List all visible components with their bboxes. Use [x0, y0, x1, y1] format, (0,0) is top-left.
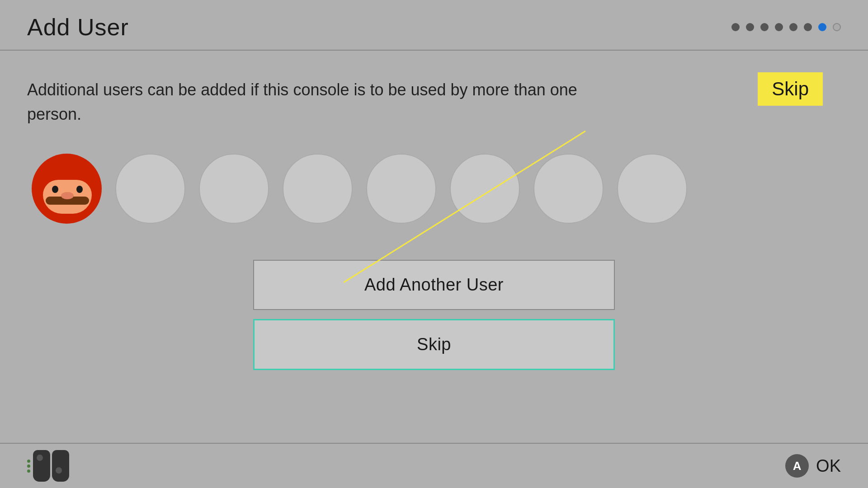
avatar-slot-4: [283, 154, 353, 224]
progress-dot-5: [789, 23, 797, 31]
buttons-container: Add Another User Skip: [253, 260, 615, 370]
progress-dot-3: [760, 23, 769, 31]
description-text: Additional users can be added if this co…: [27, 78, 615, 127]
progress-dot-8: [833, 23, 841, 31]
progress-dot-4: [775, 23, 783, 31]
page-title: Add User: [27, 14, 129, 41]
avatar-slot-7: [533, 154, 604, 224]
a-button-icon: A: [785, 454, 809, 478]
progress-dot-6: [804, 23, 812, 31]
joycon-stick-left: [37, 455, 43, 461]
mario-face: [33, 155, 101, 223]
joycon-dot-2: [27, 465, 30, 468]
joycon-right: [52, 450, 69, 482]
joycon-dots: [27, 460, 30, 473]
joycon-left: [33, 450, 50, 482]
user-avatars: [27, 154, 841, 224]
ok-button[interactable]: A OK: [785, 454, 841, 478]
progress-dot-7-active: [818, 23, 826, 31]
mario-eye-right: [76, 186, 83, 193]
avatar-slot-8: [617, 154, 687, 224]
mario-nose: [61, 192, 74, 199]
skip-button[interactable]: Skip: [253, 319, 615, 370]
avatar-slot-3: [199, 154, 269, 224]
main-content: Additional users can be added if this co…: [0, 51, 868, 370]
avatar-slot-2: [115, 154, 185, 224]
joycon-dot-1: [27, 460, 30, 463]
mario-eye-left: [52, 186, 58, 193]
header: Add User: [0, 0, 868, 51]
avatar-slot-6: [450, 154, 520, 224]
progress-dot-2: [746, 23, 754, 31]
joycon-icon: [27, 450, 69, 482]
joycon-dot-3: [27, 469, 30, 473]
footer: A OK: [0, 443, 868, 488]
avatar-mario: [32, 154, 102, 224]
avatar-slot-5: [366, 154, 436, 224]
joycon-stick-right: [56, 467, 62, 474]
ok-label: OK: [816, 456, 841, 476]
add-another-user-button[interactable]: Add Another User: [253, 260, 615, 310]
progress-dot-1: [731, 23, 740, 31]
skip-annotation-box: Skip: [758, 72, 823, 106]
progress-dots: [731, 23, 841, 31]
joycon-body: [33, 450, 69, 482]
